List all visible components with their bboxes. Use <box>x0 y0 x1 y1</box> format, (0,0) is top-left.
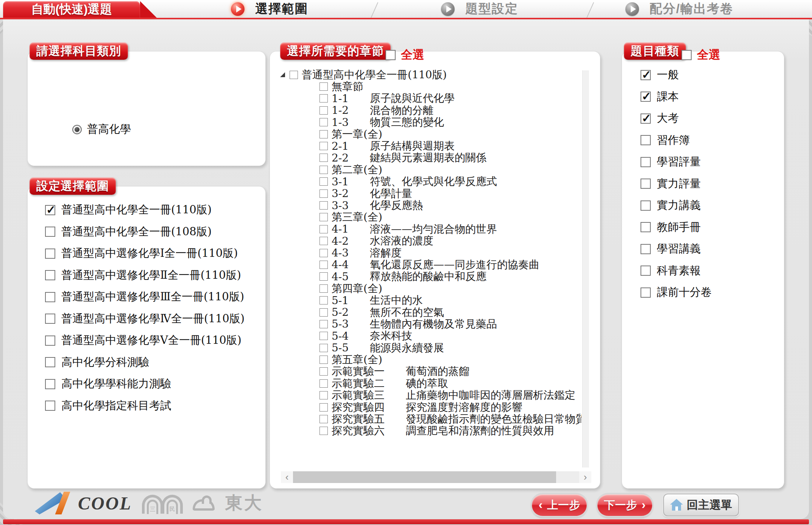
tree-row[interactable]: 第四章(全) <box>320 283 581 294</box>
checkbox[interactable] <box>45 270 55 280</box>
chapter-number[interactable]: 5-2 <box>332 306 349 318</box>
qtype-checkbox-row[interactable]: 實力評量 <box>641 179 712 189</box>
checkbox[interactable] <box>320 272 328 281</box>
chapter-number[interactable]: 5-1 <box>332 294 349 307</box>
checkbox[interactable] <box>320 415 328 423</box>
tree-horizontal-scrollbar[interactable]: ‹ › <box>281 471 591 483</box>
checkbox-label[interactable]: 學習講義 <box>657 241 701 256</box>
checkbox[interactable] <box>320 225 328 233</box>
checkbox[interactable] <box>320 356 328 364</box>
scope-checkbox-row[interactable]: 普通型高中選修化學Ⅰ全一冊(110版) <box>45 248 245 259</box>
h-scrollbar-thumb[interactable] <box>293 471 556 483</box>
chapter-title[interactable]: 無章節 <box>332 79 363 94</box>
checkbox[interactable] <box>45 249 55 259</box>
tree-row[interactable]: 第二章(全) <box>320 164 581 176</box>
checkbox[interactable] <box>320 261 328 269</box>
checkbox-label[interactable]: 高中化學指定科目考試 <box>61 398 171 413</box>
tree-row[interactable]: 2-1 原子結構與週期表 <box>320 140 581 152</box>
checkbox-label[interactable]: 普通型高中選修化學Ⅰ全一冊(110版) <box>61 246 238 261</box>
checkbox[interactable] <box>641 179 651 189</box>
checkbox[interactable] <box>45 227 55 237</box>
checkbox[interactable] <box>45 336 55 346</box>
qtype-checkbox-row[interactable]: 習作簿 <box>641 135 712 146</box>
tree-row[interactable]: 示範實驗三 止痛藥物中咖啡因的薄層層析法鑑定 <box>320 390 581 401</box>
checkbox[interactable] <box>320 344 328 352</box>
checkbox[interactable] <box>641 135 651 145</box>
checkbox[interactable] <box>45 205 55 215</box>
checkbox[interactable] <box>320 82 328 91</box>
checkbox[interactable] <box>320 142 328 150</box>
tab-select-range[interactable]: 選擇範圍 <box>231 0 308 18</box>
tree-row[interactable]: 4-1 溶液——均勻混合物的世界 <box>320 223 581 235</box>
checkbox[interactable] <box>320 332 328 340</box>
tree-row[interactable]: 探究實驗四 探究溫度對溶解度的影響 <box>320 401 581 413</box>
scroll-right-arrow[interactable]: › <box>579 471 591 483</box>
checkbox[interactable] <box>320 177 328 186</box>
tab-scoring-export[interactable]: 配分/輸出考卷 <box>625 0 733 18</box>
tree-root-row[interactable]: 普通型高中化學全一冊(110版) <box>280 69 581 81</box>
tab-question-type-setting[interactable]: 題型設定 <box>441 0 518 18</box>
tree-row[interactable]: 第五章(全) <box>320 354 581 365</box>
chapter-number[interactable]: 2-1 <box>332 140 349 152</box>
checkbox[interactable] <box>45 314 55 324</box>
qtype-checkbox-row[interactable]: 科青素報 <box>641 266 712 276</box>
chapter-title[interactable]: 鍵結與元素週期表的關係 <box>370 151 486 165</box>
checkbox-label[interactable]: 實力評量 <box>657 176 701 191</box>
chapter-number[interactable]: 4-1 <box>332 223 349 235</box>
checkbox[interactable] <box>385 50 396 60</box>
chapter-number[interactable]: 1-2 <box>332 104 349 116</box>
qtype-checkbox-row[interactable]: 一般 <box>641 70 712 80</box>
checkbox[interactable] <box>320 94 328 103</box>
checkbox-label[interactable]: 普通型高中選修化學Ⅲ全一冊(110版) <box>61 289 244 304</box>
checkbox[interactable] <box>320 367 328 376</box>
checkbox[interactable] <box>320 237 328 245</box>
chapter-number[interactable]: 4-4 <box>332 258 349 271</box>
checkbox-label[interactable]: 普通型高中選修化學Ⅳ全一冊(110版) <box>61 311 245 326</box>
checkbox[interactable] <box>320 249 328 257</box>
tree-row[interactable]: 4-2 水溶液的濃度 <box>320 235 581 247</box>
checkbox-label[interactable]: 高中化學學科能力測驗 <box>61 376 171 391</box>
qtype-checkbox-row[interactable]: 課前十分卷 <box>641 287 712 298</box>
previous-step-button[interactable]: ‹ 上一步 <box>532 494 587 516</box>
qtype-checkbox-row[interactable]: 學習講義 <box>641 244 712 254</box>
qtype-checkbox-row[interactable]: 大考 <box>641 113 712 124</box>
tree-row[interactable]: 第三章(全) <box>320 211 581 223</box>
checkbox[interactable] <box>45 357 55 367</box>
checkbox[interactable] <box>320 379 328 388</box>
checkbox[interactable] <box>320 166 328 174</box>
checkbox-label[interactable]: 課前十分卷 <box>657 285 712 300</box>
chapter-number[interactable]: 1-1 <box>332 92 349 105</box>
scope-checkbox-row[interactable]: 普通型高中選修化學Ⅲ全一冊(110版) <box>45 292 245 302</box>
tree-row[interactable]: 探究實驗六 調查肥皂和清潔劑的性質與效用 <box>320 425 581 437</box>
chapter-number[interactable]: 5-3 <box>332 318 349 330</box>
checkbox[interactable] <box>641 222 651 232</box>
chapter-number[interactable]: 4-3 <box>332 247 349 259</box>
checkbox[interactable] <box>641 70 651 80</box>
tree-row[interactable]: 4-5 釋放熱能的酸鹼中和反應 <box>320 271 581 283</box>
scope-checkbox-row[interactable]: 高中化學指定科目考試 <box>45 401 245 411</box>
checkbox-label[interactable]: 習作簿 <box>657 133 690 148</box>
h-scrollbar-track[interactable] <box>556 471 579 483</box>
qtype-checkbox-row[interactable]: 實力講義 <box>641 200 712 211</box>
checkbox-label[interactable]: 課本 <box>657 89 679 104</box>
tree-row[interactable]: 3-3 化學反應熱 <box>320 199 581 211</box>
qtype-checkbox-row[interactable]: 學習評量 <box>641 157 712 167</box>
tree-row[interactable]: 2-2 鍵結與元素週期表的關係 <box>320 152 581 164</box>
scope-checkbox-row[interactable]: 普通型高中選修化學Ⅳ全一冊(110版) <box>45 314 245 324</box>
checkbox[interactable] <box>641 266 651 276</box>
tree-expand-icon[interactable] <box>280 72 285 77</box>
checkbox[interactable] <box>641 287 651 298</box>
chapter-title[interactable]: 調查肥皂和清潔劑的性質與效用 <box>406 424 554 438</box>
tree-row[interactable]: 1-3 物質三態的變化 <box>320 116 581 128</box>
tree-row[interactable]: 4-3 溶解度 <box>320 247 581 259</box>
checkbox[interactable] <box>320 118 328 126</box>
checkbox[interactable] <box>641 113 651 124</box>
scope-checkbox-row[interactable]: 高中化學分科測驗 <box>45 357 245 368</box>
checkbox[interactable] <box>290 71 298 79</box>
scroll-left-arrow[interactable]: ‹ <box>281 471 293 483</box>
chapter-number[interactable]: 探究實驗六 <box>332 424 385 438</box>
subject-option-row[interactable]: 普高化學 <box>72 122 131 137</box>
checkbox[interactable] <box>320 284 328 293</box>
checkbox[interactable] <box>320 106 328 115</box>
qtype-checkbox-row[interactable]: 課本 <box>641 92 712 102</box>
